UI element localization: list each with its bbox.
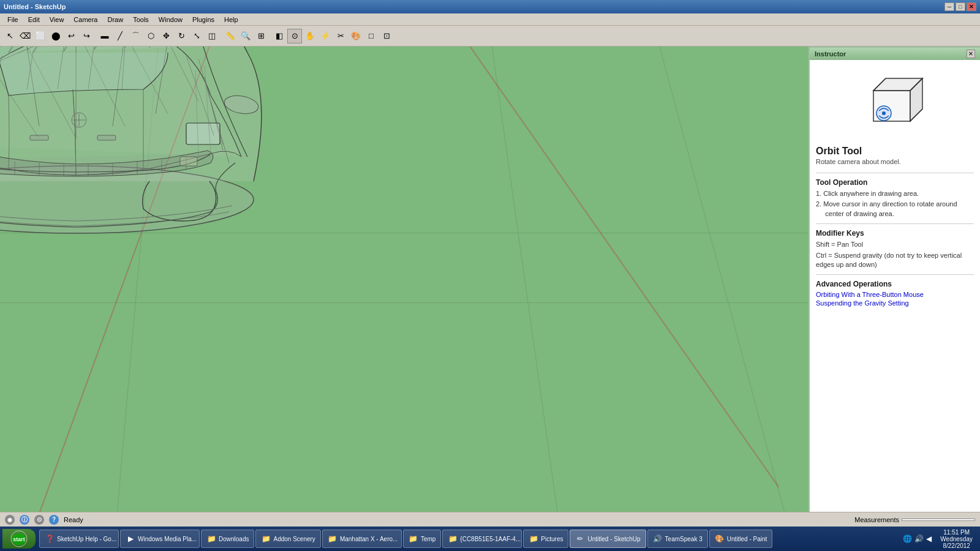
maximize-button[interactable]: □ [956,2,965,11]
instructor-close-button[interactable]: ✕ [967,50,975,58]
undo-button[interactable]: ↩ [64,29,78,43]
taskbar: start ❓ SketchUp Help - Go... ▶ Windows … [0,527,980,551]
walk-button[interactable]: ⚡ [318,29,333,43]
menu-tools[interactable]: Tools [128,15,154,24]
taskbar-manhattan[interactable]: 📁 Manhattan X - Aero... [322,530,402,548]
clock-day: Wednesday [940,536,973,542]
menu-view[interactable]: View [45,15,69,24]
tray-icon-volume[interactable]: 🔊 [914,534,924,543]
circle-tool-button[interactable]: ⬤ [48,29,63,43]
taskbar-icon-help: ❓ [45,534,55,544]
menu-edit[interactable]: Edit [23,15,45,24]
zoom-tool-button[interactable]: 🔍 [238,29,253,43]
tool-operation-step-2: 2. Move cursor in any direction to rotat… [816,200,974,219]
menu-window[interactable]: Window [154,15,187,24]
instructor-panel: Instructor ✕ [809,47,980,512]
taskbar-label-addon: Addon Scenery [273,536,315,542]
taskbar-temp[interactable]: 📁 Temp [403,530,441,548]
pan-button[interactable]: ✋ [303,29,317,43]
statusbar: ◉ ⓘ ⊙ ? Ready Measurements [0,512,980,527]
taskbar-cc8b[interactable]: 📁 {CC8B51E5-1AAF-4... [442,530,522,548]
offset-tool-button[interactable]: ◫ [205,29,219,43]
taskbar-label-help: SketchUp Help - Go... [57,536,116,542]
paint-tool-button[interactable]: ⬜ [33,29,48,43]
select-tool-button[interactable]: ↖ [2,29,17,43]
group-button[interactable]: □ [364,29,379,43]
status-text: Ready [64,516,83,523]
tape-tool-button[interactable]: 📏 [223,29,238,43]
taskbar-icon-downloads: 📁 [206,534,216,544]
taskbar-media-player[interactable]: ▶ Windows Media Pla... [120,530,200,548]
measurements-input[interactable] [902,519,975,521]
taskbar-icon-cc8b: 📁 [448,534,458,544]
car-model-wireframe [0,47,296,285]
line-tool-button[interactable]: ╱ [113,29,127,43]
advanced-link-orbit[interactable]: Orbiting With a Three-Button Mouse [816,291,974,298]
advanced-ops-title: Advanced Operations [816,280,974,288]
clock-date: 8/22/2012 [940,542,973,549]
menu-draw[interactable]: Draw [102,15,128,24]
tray-icon-network[interactable]: 🌐 [903,534,912,543]
measurements-area: Measurements [854,516,975,523]
taskbar-paint[interactable]: 🎨 Untitled - Paint [709,530,773,548]
viewport[interactable] [0,47,809,512]
taskbar-sketchup-help[interactable]: ❓ SketchUp Help - Go... [39,530,119,548]
taskbar-label-teamspeak: TeamSpeak 3 [665,536,703,542]
tool-operation-title: Tool Operation [816,178,974,187]
redo-button[interactable]: ↪ [79,29,94,43]
rotate-tool-button[interactable]: ↻ [174,29,189,43]
taskbar-label-media: Windows Media Pla... [138,536,197,542]
component-button[interactable]: ⊡ [379,29,394,43]
taskbar-label-temp: Temp [421,536,435,542]
taskbar-icon-teamspeak: 🔊 [653,534,663,544]
instructor-divider-3 [816,274,974,275]
modifier-key-shift: Shift = Pan Tool [816,240,974,249]
close-button[interactable]: ✕ [967,2,976,11]
modifier-keys-title: Modifier Keys [816,229,974,238]
advanced-link-gravity[interactable]: Suspending the Gravity Setting [816,299,974,307]
section-button[interactable]: ✂ [333,29,348,43]
toolbar: ↖ ⌫ ⬜ ⬤ ↩ ↪ ▬ ╱ ⌒ ⬡ ✥ ↻ ⤡ ◫ 📏 🔍 ⊞ ◧ ⊙ ✋ … [0,26,980,47]
taskbar-downloads[interactable]: 📁 Downloads [201,530,254,548]
taskbar-label-sketchup: Untitled - SketchUp [587,536,640,542]
status-icon-2[interactable]: ⓘ [20,515,29,525]
taskbar-addon-scenery[interactable]: 📁 Addon Scenery [255,530,320,548]
taskbar-icon-pictures: 📁 [529,534,538,544]
taskbar-label-paint: Untitled - Paint [727,536,767,542]
modifier-key-ctrl: Ctrl = Suspend gravity (do not try to ke… [816,251,974,270]
arc-tool-button[interactable]: ⌒ [128,29,143,43]
taskbar-icon-addon: 📁 [261,534,271,544]
svg-rect-31 [186,123,220,144]
svg-point-70 [882,111,886,115]
taskbar-teamspeak[interactable]: 🔊 TeamSpeak 3 [647,530,708,548]
taskbar-sketchup-active[interactable]: ✏ Untitled - SketchUp [570,530,646,548]
components-button[interactable]: ◧ [272,29,287,43]
menu-plugins[interactable]: Plugins [187,15,219,24]
start-button[interactable]: start [2,529,36,549]
menu-file[interactable]: File [2,15,23,24]
rect-tool-button[interactable]: ▬ [97,29,112,43]
orbit-button[interactable]: ⊙ [287,29,302,43]
taskbar-label-manhattan: Manhattan X - Aero... [340,536,398,542]
status-icon-1[interactable]: ◉ [5,515,15,525]
svg-rect-49 [97,135,116,140]
system-tray: 🌐 🔊 ◀ [903,534,932,543]
tray-expand[interactable]: ◀ [926,534,932,543]
scale-tool-button[interactable]: ⤡ [189,29,204,43]
measurements-label: Measurements [854,516,899,523]
clock[interactable]: 11:51 PM Wednesday 8/22/2012 [935,529,978,549]
materials-button[interactable]: 🎨 [349,29,363,43]
menu-help[interactable]: Help [219,15,243,24]
eraser-tool-button[interactable]: ⌫ [18,29,32,43]
status-icon-3[interactable]: ⊙ [34,515,44,525]
taskbar-icon-media: ▶ [126,534,135,544]
window-title: Untitled - SketchUp [4,3,66,10]
move-tool-button[interactable]: ✥ [159,29,173,43]
status-icon-4[interactable]: ? [49,515,59,525]
minimize-button[interactable]: ─ [944,2,954,11]
zoom-extents-button[interactable]: ⊞ [254,29,268,43]
push-pull-button[interactable]: ⬡ [143,29,158,43]
svg-rect-54 [180,157,197,166]
taskbar-pictures[interactable]: 📁 Pictures [523,530,568,548]
menu-camera[interactable]: Camera [69,15,102,24]
